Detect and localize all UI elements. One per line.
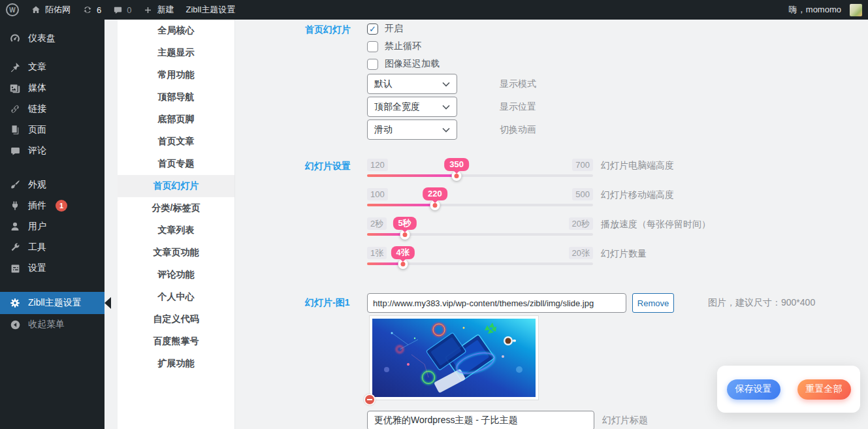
disable-loop-checkbox[interactable] — [367, 41, 378, 52]
sidebar-label: 链接 — [28, 103, 46, 115]
sidebar-item-posts[interactable]: 文章 — [0, 57, 104, 78]
wordpress-logo-menu[interactable]: W — [0, 0, 25, 20]
sidebar-label: Zibll主题设置 — [28, 297, 82, 309]
submenu-item-post-list[interactable]: 文章列表 — [118, 219, 234, 242]
submenu-item-post-page-functions[interactable]: 文章页功能 — [118, 242, 234, 264]
submenu-item-footer[interactable]: 底部页脚 — [118, 108, 234, 131]
slide-count-slider: 1张 4张 20张 幻灯片数量 — [367, 247, 593, 276]
slider-value-badge[interactable]: 5秒 — [393, 217, 417, 230]
lazyload-checkbox[interactable] — [367, 59, 378, 70]
slider-max-badge: 500 — [572, 188, 593, 200]
submenu-item-global-core[interactable]: 全局核心 — [118, 20, 234, 42]
transition-animation-select[interactable]: 滑动 — [367, 119, 457, 140]
sidebar-item-appearance[interactable]: 外观 — [0, 174, 104, 195]
comments-count: 0 — [127, 5, 131, 15]
display-mode-select[interactable]: 默认 — [367, 74, 457, 94]
slider-min-badge: 120 — [367, 159, 388, 171]
submenu-item-common-functions[interactable]: 常用功能 — [118, 64, 234, 86]
current-page-menu[interactable]: Zibll主题设置 — [180, 0, 241, 20]
slider-track[interactable] — [367, 204, 593, 206]
enable-checkbox-row[interactable]: 开启 — [367, 23, 440, 35]
settings-sliders-icon — [8, 262, 22, 275]
display-mode-row: 默认 显示模式 — [367, 74, 536, 94]
mobile-height-slider: 100 220 500 幻灯片移动端高度 — [367, 188, 593, 217]
sidebar-item-users[interactable]: 用户 — [0, 216, 104, 237]
submenu-item-extensions[interactable]: 扩展功能 — [118, 353, 234, 375]
sidebar-label: 外观 — [28, 179, 46, 191]
reset-all-button[interactable]: 重置全部 — [797, 379, 851, 400]
submenu-item-home-topics[interactable]: 首页专题 — [118, 153, 234, 175]
submenu-item-category-tag-pages[interactable]: 分类/标签页 — [118, 197, 234, 219]
submenu-item-user-center[interactable]: 个人中心 — [118, 286, 234, 308]
sidebar-item-plugins[interactable]: 插件 1 — [0, 195, 104, 216]
media-icon — [8, 82, 22, 95]
slider-value-badge[interactable]: 4张 — [391, 246, 415, 259]
remove-image-minus-icon[interactable] — [364, 394, 376, 405]
comments-menu[interactable]: 0 — [107, 0, 137, 20]
sidebar-item-zibll-settings[interactable]: Zibll主题设置 — [0, 292, 104, 314]
slider-track[interactable] — [367, 174, 593, 177]
sidebar-item-comments[interactable]: 评论 — [0, 140, 104, 161]
updates-menu[interactable]: 6 — [76, 0, 107, 20]
submenu-item-home-posts[interactable]: 首页文章 — [118, 131, 234, 153]
admin-bar: W 陌佑网 6 0 新建 Zibll主题设置 — [0, 0, 868, 20]
save-settings-button[interactable]: 保存设置 — [727, 379, 780, 400]
slider-track-fill — [367, 233, 405, 236]
select-value: 默认 — [374, 78, 393, 90]
sidebar-label: 仪表盘 — [28, 33, 56, 44]
checkbox-label: 禁止循环 — [385, 40, 421, 52]
menu-spacer — [0, 161, 104, 174]
remove-button[interactable]: Remove — [632, 293, 674, 313]
sidebar-item-media[interactable]: 媒体 — [0, 78, 104, 99]
submenu-item-comment-functions[interactable]: 评论功能 — [118, 264, 234, 286]
chevron-down-icon — [442, 104, 450, 110]
collapse-arrow-icon — [8, 318, 22, 331]
current-page-label: Zibll主题设置 — [185, 4, 235, 16]
submenu-item-theme-display[interactable]: 主题显示 — [118, 42, 234, 64]
select-side-label: 显示位置 — [500, 101, 536, 113]
slide-preview-illustration — [372, 319, 536, 397]
slider-track-fill — [367, 204, 435, 206]
submenu-item-baidu-xiongzhang[interactable]: 百度熊掌号 — [118, 330, 234, 353]
greeting-text: 嗨，momomo — [789, 4, 841, 16]
sidebar-label: 页面 — [28, 124, 46, 136]
slide1-image-preview[interactable] — [369, 315, 539, 400]
submenu-item-top-nav[interactable]: 顶部导航 — [118, 86, 234, 108]
slide1-title-input[interactable] — [367, 411, 594, 429]
sidebar-item-links[interactable]: 链接 — [0, 99, 104, 119]
sidebar-item-collapse-menu[interactable]: 收起菜单 — [0, 314, 104, 335]
slider-max-badge: 20秒 — [569, 217, 593, 230]
home-icon — [31, 5, 41, 15]
slider-value-badge[interactable]: 350 — [444, 158, 469, 171]
slideshow-selects: 默认 显示模式 顶部全宽度 显示位置 滑动 切换动画 — [367, 74, 536, 142]
select-value: 顶部全宽度 — [374, 101, 420, 113]
user-icon — [8, 220, 22, 233]
submenu-item-home-slideshow[interactable]: 首页幻灯片 — [118, 175, 234, 197]
image-size-hint: 图片，建议尺寸：900*400 — [708, 297, 815, 309]
account-menu[interactable]: 嗨，momomo — [783, 0, 868, 20]
disable-loop-checkbox-row[interactable]: 禁止循环 — [367, 40, 440, 52]
sidebar-item-settings[interactable]: 设置 — [0, 258, 104, 279]
slider-section-label: 幻灯片设置 — [305, 161, 351, 172]
slider-max-badge: 700 — [572, 159, 593, 171]
site-home-link[interactable]: 陌佑网 — [25, 0, 76, 20]
enable-checkbox[interactable] — [367, 24, 378, 35]
pushpin-icon — [8, 61, 22, 74]
slider-track-fill — [367, 174, 457, 177]
new-content-menu[interactable]: 新建 — [137, 0, 180, 20]
chevron-down-icon — [442, 127, 450, 133]
avatar — [850, 4, 862, 16]
sidebar-label: 收起菜单 — [28, 319, 65, 330]
comment-bubble-icon — [8, 144, 22, 157]
sidebar-label: 用户 — [28, 221, 46, 232]
active-menu-arrow — [104, 297, 111, 309]
sidebar-item-pages[interactable]: 页面 — [0, 119, 104, 140]
sidebar-item-tools[interactable]: 工具 — [0, 237, 104, 258]
display-position-select[interactable]: 顶部全宽度 — [367, 97, 457, 117]
submenu-item-custom-code[interactable]: 自定义代码 — [118, 308, 234, 330]
slide1-image-url-input[interactable] — [367, 293, 626, 313]
lazyload-checkbox-row[interactable]: 图像延迟加载 — [367, 58, 440, 70]
slideshow-section-label: 首页幻灯片 — [305, 24, 351, 36]
slider-value-badge[interactable]: 220 — [423, 187, 447, 200]
sidebar-item-dashboard[interactable]: 仪表盘 — [0, 28, 104, 49]
